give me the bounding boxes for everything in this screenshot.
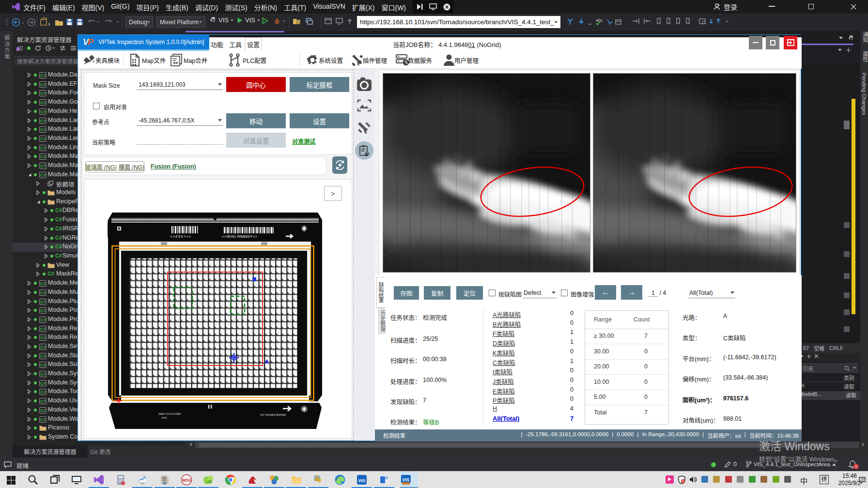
svg-text:C#: C# [40,82,46,87]
svg-text:C#: C# [40,146,46,151]
svg-text:C#: C# [40,290,46,295]
svg-text:SM6 *CN*1A*MR: SM6 *CN*1A*MR [158,412,181,415]
svg-text:C#: C# [40,91,46,96]
svg-text:C#: C# [40,363,46,367]
svg-text:C#: C# [40,336,46,340]
svg-text:MSG: MSG [182,478,192,483]
svg-text:C#: C# [40,109,46,114]
svg-text:C#: C# [40,154,46,159]
svg-text:VIS: VIS [403,477,410,482]
svg-text:C#: C# [40,164,46,168]
svg-text:C#: C# [40,119,46,123]
svg-text:KP1: KP1 [158,416,168,419]
svg-text:C#: C# [40,390,46,395]
svg-text:C#: C# [40,408,46,413]
svg-text:<>X3X+<>: <>X3X+<> [170,234,191,239]
svg-text:C#: C# [40,137,46,141]
svg-text:C#: C# [40,308,46,313]
svg-text:C#: C# [40,354,46,359]
svg-text:C#: C# [40,73,46,78]
svg-text:<>IRISI-RNB00T<>: <>IRISI-RNB00T<> [222,234,258,239]
svg-text:C#: C# [40,300,46,305]
svg-text:K3*=Z%IES*EFPE8: K3*=Z%IES*EFPE8 [260,413,286,416]
svg-text:C#: C# [40,381,46,386]
svg-text:C#: C# [40,127,46,132]
svg-text:C#: C# [40,327,46,332]
svg-text:VIS: VIS [358,478,366,483]
svg-text:C#: C# [40,318,46,322]
svg-text:C#: C# [40,417,46,422]
svg-text:C#: C# [40,372,46,377]
svg-text:C#: C# [40,399,46,404]
svg-text:C#: C# [40,100,46,105]
svg-text:C#: C# [40,281,46,286]
svg-text:C#: C# [40,345,46,350]
svg-text:C#: C# [40,173,46,178]
